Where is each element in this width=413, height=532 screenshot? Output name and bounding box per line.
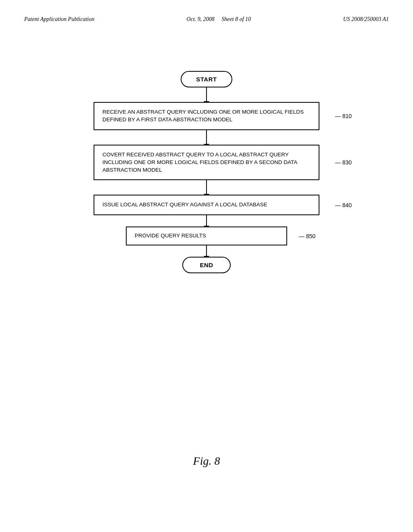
end-node: END — [182, 257, 231, 273]
step-ref-840: — 840 — [335, 202, 352, 208]
header-right: US 2008/250003 A1 — [343, 16, 389, 23]
start-node: START — [181, 71, 232, 87]
page: Patent Application Publication Oct. 9, 2… — [0, 0, 413, 532]
step-ref-810: — 810 — [335, 113, 352, 119]
arrow-840-to-850 — [206, 215, 207, 227]
end-node-wrapper: END — [182, 257, 231, 273]
step-ref-850: — 850 — [299, 233, 315, 239]
node-810: RECEIVE AN ABSTRACT QUERY INCLUDING ONE … — [94, 102, 319, 130]
flowchart-diagram: START RECEIVE AN ABSTRACT QUERY INCLUDIN… — [24, 71, 389, 273]
node-830-wrapper: COVERT RECEIVED ABSTRACT QUERY TO A LOCA… — [94, 145, 319, 181]
arrow-850-to-end — [206, 245, 207, 257]
sheet-number: Sheet 8 of 10 — [221, 16, 251, 22]
arrow-start-to-810 — [206, 87, 207, 102]
node-830: COVERT RECEIVED ABSTRACT QUERY TO A LOCA… — [94, 145, 319, 181]
node-850-wrapper: PROVIDE QUERY RESULTS — 850 — [126, 227, 287, 245]
node-810-wrapper: RECEIVE AN ABSTRACT QUERY INCLUDING ONE … — [94, 102, 319, 130]
arrow-830-to-840 — [206, 180, 207, 195]
page-header: Patent Application Publication Oct. 9, 2… — [24, 16, 389, 23]
start-node-wrapper: START — [181, 71, 232, 87]
step-ref-830: — 830 — [335, 159, 352, 166]
node-840-wrapper: ISSUE LOCAL ABSTRACT QUERY AGAINST A LOC… — [94, 195, 319, 215]
node-850: PROVIDE QUERY RESULTS — [126, 227, 287, 245]
header-center: Oct. 9, 2008 Sheet 8 of 10 — [187, 16, 251, 23]
node-840: ISSUE LOCAL ABSTRACT QUERY AGAINST A LOC… — [94, 195, 319, 215]
figure-caption: Fig. 8 — [193, 455, 220, 468]
header-left: Patent Application Publication — [24, 16, 94, 23]
arrow-810-to-830 — [206, 130, 207, 145]
publication-date: Oct. 9, 2008 — [187, 16, 215, 22]
